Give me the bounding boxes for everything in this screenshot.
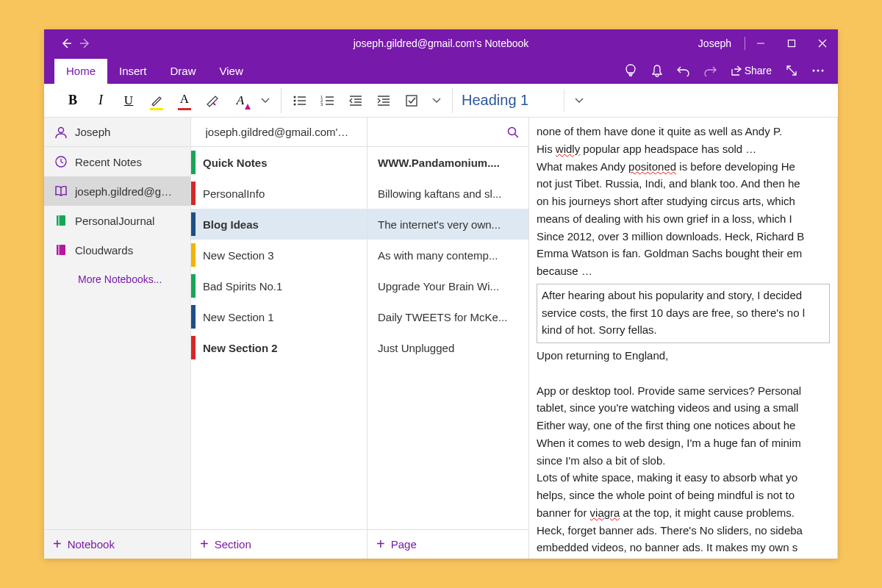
back-button[interactable] <box>57 35 75 52</box>
todo-tag-button[interactable] <box>398 87 426 115</box>
tab-view[interactable]: View <box>208 59 255 84</box>
ribbon-tabs: Home Insert Draw View Share <box>44 57 838 84</box>
outdent-button[interactable] <box>342 87 370 115</box>
indent-button[interactable] <box>370 87 398 115</box>
svg-text:3: 3 <box>320 102 323 107</box>
add-section-button[interactable]: + Section <box>191 529 367 559</box>
person-icon <box>54 126 68 139</box>
add-page-label: Page <box>391 538 417 551</box>
svg-rect-1 <box>789 40 795 47</box>
section-item[interactable]: New Section 2 <box>191 332 367 363</box>
notebook-item[interactable]: Cloudwards <box>44 235 190 265</box>
tab-insert[interactable]: Insert <box>107 59 159 84</box>
share-label: Share <box>745 65 772 76</box>
tips-icon[interactable] <box>620 60 642 82</box>
page-label: Daily TWEETS for McKe... <box>378 311 507 323</box>
svg-point-4 <box>822 70 824 72</box>
add-notebook-label: Notebook <box>68 538 115 551</box>
section-item[interactable]: Bad Spirits No.1 <box>191 270 367 301</box>
bold-button[interactable]: B <box>59 87 87 115</box>
section-header: joseph.gildred@gmail.com's Notebook <box>191 118 367 147</box>
notebook-panel: Joseph Recent Notes joseph.gildred@g…Per… <box>44 118 191 559</box>
page-item[interactable]: As with many contemp... <box>368 240 528 270</box>
section-color-tab <box>191 182 196 205</box>
share-button[interactable]: Share <box>725 65 776 76</box>
more-notebooks-link[interactable]: More Notebooks... <box>44 265 190 294</box>
maximize-button[interactable] <box>776 29 807 57</box>
note-content[interactable]: none of them have done it quite as well … <box>529 118 838 559</box>
highlight-button[interactable] <box>143 87 171 115</box>
section-label: New Section 1 <box>203 311 274 323</box>
page-item[interactable]: Daily TWEETS for McKe... <box>368 301 528 332</box>
notebook-icon <box>54 214 68 227</box>
section-color-tab <box>191 274 196 298</box>
add-notebook-button[interactable]: + Notebook <box>44 529 190 559</box>
search-icon[interactable] <box>506 126 520 139</box>
section-color-tab <box>191 212 196 236</box>
page-label: As with many contemp... <box>378 249 498 262</box>
notebook-label: Cloudwards <box>75 244 133 257</box>
paragraph-more-chevron[interactable] <box>426 87 448 115</box>
account-name[interactable]: Joseph <box>685 37 745 49</box>
section-item[interactable]: Blog Ideas <box>191 209 367 240</box>
undo-button[interactable] <box>673 60 695 82</box>
panel-user-header[interactable]: Joseph <box>44 118 190 147</box>
plus-icon: + <box>200 536 209 553</box>
notebook-label: PersonalJournal <box>75 215 154 227</box>
svg-rect-30 <box>57 245 65 255</box>
notebook-item[interactable]: PersonalJournal <box>44 206 190 235</box>
page-item[interactable]: WWW.Pandamonium.... <box>368 147 528 178</box>
clock-icon <box>54 155 68 168</box>
page-item[interactable]: The internet's very own... <box>368 209 528 240</box>
font-more-chevron[interactable] <box>254 87 276 115</box>
italic-button[interactable]: I <box>87 87 115 115</box>
section-label: New Section 3 <box>203 249 274 262</box>
numbered-list-button[interactable]: 123 <box>314 87 342 115</box>
style-chevron[interactable] <box>564 98 594 104</box>
section-item[interactable]: New Section 1 <box>191 301 367 332</box>
tab-draw[interactable]: Draw <box>159 59 208 84</box>
add-page-button[interactable]: + Page <box>368 529 528 559</box>
font-color-button[interactable]: A <box>171 87 198 115</box>
notebook-item[interactable]: joseph.gildred@g… <box>44 176 190 206</box>
page-item[interactable]: Upgrade Your Brain Wi... <box>368 270 528 301</box>
svg-point-9 <box>294 103 296 105</box>
format-painter-button[interactable]: A <box>226 87 254 115</box>
forward-button[interactable] <box>76 35 94 52</box>
page-label: WWW.Pandamonium.... <box>378 157 500 169</box>
section-color-tab <box>191 336 196 359</box>
underline-button[interactable]: U <box>115 87 143 115</box>
svg-point-26 <box>59 127 64 132</box>
section-label: Bad Spirits No.1 <box>203 280 282 293</box>
clear-formatting-button[interactable] <box>198 87 226 115</box>
plus-icon: + <box>53 536 62 553</box>
style-selector[interactable]: Heading 1 <box>454 89 564 112</box>
close-button[interactable] <box>807 29 838 57</box>
section-item[interactable]: New Section 3 <box>191 240 367 270</box>
section-item[interactable]: Quick Notes <box>191 147 367 178</box>
formatting-toolbar: B I U A A <box>44 84 838 118</box>
section-item[interactable]: PersonalInfo <box>191 178 367 209</box>
page-label: Upgrade Your Brain Wi... <box>378 280 499 293</box>
page-item[interactable]: Just Unplugged <box>368 332 528 363</box>
svg-point-7 <box>294 99 296 101</box>
notebook-label: joseph.gildred@g… <box>75 185 172 198</box>
bullet-list-button[interactable] <box>286 87 314 115</box>
fullscreen-icon[interactable] <box>781 60 803 82</box>
page-label: Just Unplugged <box>378 342 454 354</box>
page-item[interactable]: Billowing kaftans and sl... <box>368 178 528 209</box>
notifications-icon[interactable] <box>646 60 668 82</box>
recent-notes[interactable]: Recent Notes <box>44 147 190 176</box>
page-panel: WWW.Pandamonium....Billowing kaftans and… <box>368 118 529 559</box>
section-color-tab <box>191 151 196 174</box>
section-label: New Section 2 <box>203 342 278 354</box>
minimize-button[interactable] <box>745 29 776 57</box>
content-area: Joseph Recent Notes joseph.gildred@g…Per… <box>44 118 838 559</box>
redo-button[interactable] <box>699 60 721 82</box>
notebook-icon <box>54 184 68 198</box>
app-window: joseph.gildred@gmail.com's Notebook Jose… <box>44 29 838 559</box>
page-label: The internet's very own... <box>378 218 501 231</box>
section-panel: joseph.gildred@gmail.com's Notebook Quic… <box>191 118 368 559</box>
more-icon[interactable] <box>807 60 829 82</box>
tab-home[interactable]: Home <box>54 59 107 84</box>
